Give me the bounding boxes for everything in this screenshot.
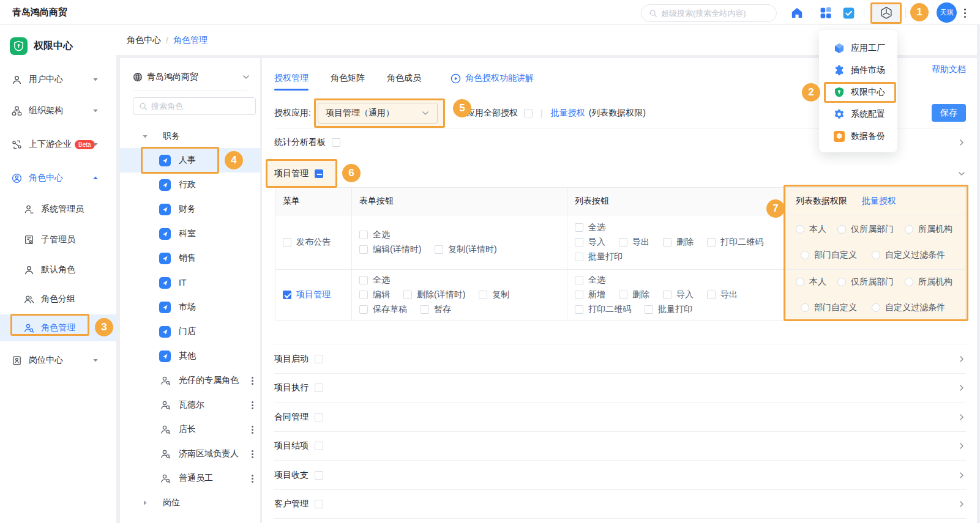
sidebar-item-post-center[interactable]: 岗位中心 — [0, 347, 116, 374]
breadcrumb-parent[interactable]: 角色中心 — [127, 35, 161, 46]
list-button-checkbox[interactable]: 导入 — [575, 237, 605, 248]
data-perm-radio[interactable]: 部门自定义 — [801, 302, 857, 313]
list-button-checkbox[interactable]: 全选 — [575, 222, 605, 233]
tab-role-member[interactable]: 角色成员 — [387, 66, 421, 91]
tree-dept-admin[interactable]: 行政 — [120, 172, 260, 197]
section-row-project-close[interactable]: 项目结项 — [274, 431, 966, 461]
section-row-project-start[interactable]: 项目启动 — [274, 344, 966, 373]
tab-role-matrix[interactable]: 角色矩阵 — [331, 66, 365, 91]
section-checkbox[interactable] — [332, 138, 340, 147]
data-perm-radio[interactable]: 本人 — [796, 224, 826, 235]
data-perm-radio[interactable]: 仅所属部门 — [837, 224, 894, 235]
sidebar-item-sub-admin[interactable]: 子管理员 — [0, 226, 116, 253]
app-select[interactable]: 项目管理（通用） — [318, 103, 438, 124]
list-button-checkbox[interactable]: 批量打印 — [645, 304, 692, 315]
tree-dept-other[interactable]: 其他 — [120, 344, 260, 368]
data-perm-radio[interactable]: 所属机构 — [905, 224, 952, 235]
form-button-checkbox[interactable]: 全选 — [359, 229, 390, 240]
section-row-project-manage[interactable]: 项目管理 — [274, 160, 966, 187]
avatar[interactable]: 天琪 — [937, 2, 957, 23]
section-checkbox[interactable] — [315, 413, 323, 421]
more-actions-icon[interactable] — [248, 376, 256, 385]
menu-checkbox[interactable]: 发布公告 — [283, 237, 344, 248]
list-button-checkbox[interactable]: 打印二维码 — [575, 304, 631, 315]
sidebar-item-system-admin[interactable]: 系统管理员 — [0, 196, 116, 223]
sidebar-item-user-center[interactable]: 用户中心 — [0, 66, 116, 93]
save-button[interactable]: 保存 — [932, 104, 966, 122]
tree-dept-market[interactable]: 市场 — [120, 295, 260, 319]
list-button-checkbox[interactable]: 删除 — [619, 289, 649, 300]
section-row-project-finance[interactable]: 项目收支 — [274, 460, 966, 489]
tree-dept-sales[interactable]: 销售 — [120, 246, 260, 270]
sidebar-item-default-role[interactable]: 默认角色 — [0, 256, 116, 283]
sidebar-item-role-group[interactable]: 角色分组 — [0, 286, 116, 313]
form-button-checkbox[interactable]: 编辑 — [359, 289, 390, 300]
form-button-checkbox[interactable]: 编辑(详情时) — [359, 244, 421, 255]
popup-item-perm-center[interactable]: 权限中心 — [819, 81, 897, 103]
form-button-checkbox[interactable]: 保存草稿 — [359, 304, 407, 315]
tree-group-posts[interactable]: 岗位 — [120, 491, 260, 515]
tree-dept-it[interactable]: IT — [120, 270, 260, 295]
section-checkbox[interactable] — [315, 471, 323, 480]
company-selector[interactable]: 青岛鸿尚商贸 — [133, 68, 250, 86]
data-perm-radio[interactable]: 本人 — [796, 276, 826, 287]
data-perm-radio[interactable]: 自定义过滤条件 — [872, 302, 945, 313]
section-checkbox[interactable] — [315, 355, 323, 363]
section-row-customer-manage[interactable]: 客户管理 — [274, 489, 966, 519]
form-button-checkbox[interactable]: 暂存 — [421, 304, 451, 315]
global-search-input[interactable] — [661, 9, 769, 18]
section-checkbox[interactable] — [315, 442, 323, 450]
popup-item-plugin-market[interactable]: 插件市场 — [819, 59, 897, 81]
app-center-icon[interactable] — [872, 4, 900, 22]
tree-role-dianzhang[interactable]: 店长 — [120, 417, 260, 442]
section-checkbox-indeterminate[interactable] — [315, 169, 323, 178]
help-doc-link[interactable]: 帮助文档 — [932, 64, 966, 75]
grant-all-checkbox[interactable] — [524, 109, 533, 117]
sidebar-item-partner-company[interactable]: 上下游企业Beta — [0, 131, 116, 158]
tree-group-positions[interactable]: 职务 — [120, 124, 260, 149]
popup-item-app-factory[interactable]: 应用工厂 — [819, 37, 897, 59]
batch-grant-column-link[interactable]: 批量授权 — [862, 196, 896, 207]
form-button-checkbox[interactable]: 删除(详情时) — [403, 289, 465, 300]
list-button-checkbox[interactable]: 打印二维码 — [707, 237, 763, 248]
tab-auth-manage[interactable]: 授权管理 — [274, 66, 309, 91]
section-checkbox[interactable] — [315, 384, 323, 392]
tree-dept-finance[interactable]: 财务 — [120, 197, 260, 221]
data-perm-radio[interactable]: 自定义过滤条件 — [872, 250, 945, 261]
home-icon[interactable] — [790, 6, 804, 20]
list-button-checkbox[interactable]: 新增 — [575, 289, 605, 300]
task-check-icon[interactable] — [841, 6, 856, 20]
list-button-checkbox[interactable]: 导出 — [707, 289, 738, 300]
data-perm-radio[interactable]: 所属机构 — [905, 276, 952, 287]
tree-role-putong[interactable]: 普通员工 — [120, 466, 260, 491]
batch-grant-link[interactable]: 批量授权 — [551, 108, 585, 119]
list-button-checkbox[interactable]: 批量打印 — [575, 251, 623, 262]
list-button-checkbox[interactable]: 删除 — [663, 237, 694, 248]
tree-role-guangzai[interactable]: 光仔的专属角色 — [120, 368, 260, 393]
more-menu-icon[interactable] — [960, 6, 969, 20]
menu-checkbox[interactable]: 项目管理 — [283, 289, 344, 300]
popup-item-system-config[interactable]: 系统配置 — [819, 103, 897, 125]
tree-role-jinan[interactable]: 济南区域负责人 — [120, 442, 260, 466]
sidebar-item-role-center[interactable]: 角色中心 — [0, 165, 116, 191]
more-actions-icon[interactable] — [248, 449, 256, 459]
section-checkbox[interactable] — [315, 500, 323, 508]
more-actions-icon[interactable] — [248, 473, 256, 483]
data-perm-radio[interactable]: 仅所属部门 — [837, 276, 894, 287]
list-button-checkbox[interactable]: 全选 — [575, 275, 605, 286]
form-button-checkbox[interactable]: 复制 — [479, 289, 509, 300]
list-button-checkbox[interactable]: 导出 — [619, 237, 649, 248]
role-search-input[interactable] — [151, 102, 250, 111]
more-actions-icon[interactable] — [248, 425, 256, 434]
sidebar-item-org-structure[interactable]: 组织架构 — [0, 97, 116, 124]
tree-dept-dept[interactable]: 科室 — [120, 221, 260, 246]
data-perm-radio[interactable]: 部门自定义 — [801, 250, 857, 261]
list-button-checkbox[interactable]: 导入 — [663, 289, 694, 300]
form-button-checkbox[interactable]: 复制(详情时) — [435, 244, 496, 255]
section-row-project-exec[interactable]: 项目执行 — [274, 373, 966, 402]
section-row-contract-manage[interactable]: 合同管理 — [274, 402, 966, 431]
video-guide-link[interactable]: 角色授权功能讲解 — [451, 73, 534, 84]
more-actions-icon[interactable] — [248, 400, 256, 410]
tree-dept-store[interactable]: 门店 — [120, 319, 260, 344]
global-search[interactable] — [641, 4, 777, 22]
